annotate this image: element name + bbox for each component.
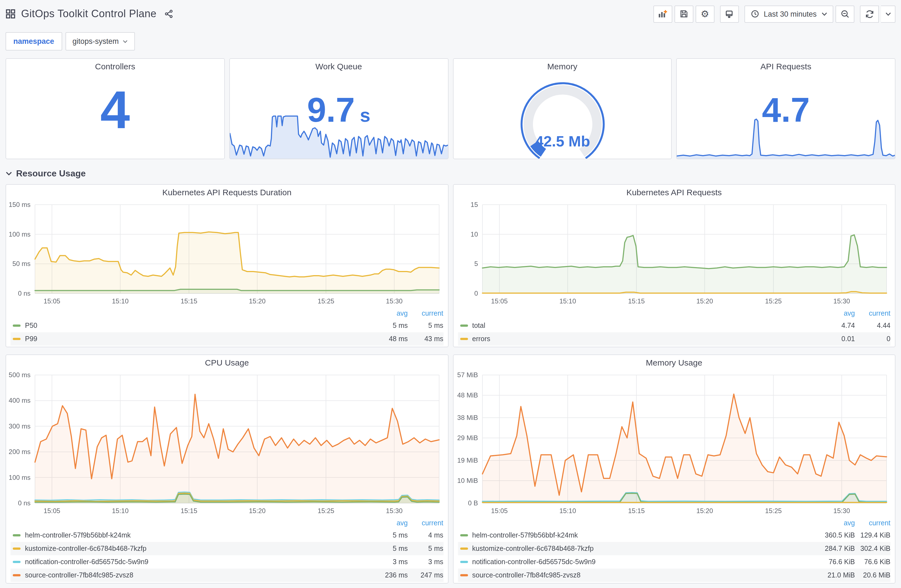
dashboard-grid-icon[interactable]	[6, 9, 16, 19]
svg-text:38 MiB: 38 MiB	[457, 414, 478, 421]
legend-sort-avg[interactable]: avg	[816, 310, 855, 317]
svg-text:15:25: 15:25	[765, 507, 781, 515]
stat-unit: s	[360, 104, 371, 126]
series-current: 76.6 KiB	[855, 558, 890, 566]
zoom-out-time-button[interactable]	[836, 5, 854, 22]
variable-label-namespace[interactable]: namespace	[6, 32, 62, 50]
row-title: Resource Usage	[16, 169, 86, 179]
legend-header: avgcurrent	[458, 518, 890, 529]
svg-text:15:25: 15:25	[318, 507, 334, 515]
panel-title[interactable]: Memory	[453, 59, 672, 73]
svg-text:200 ms: 200 ms	[9, 448, 31, 456]
series-current: 0	[855, 335, 890, 343]
series-color-swatch	[460, 325, 468, 327]
svg-text:400 ms: 400 ms	[9, 397, 31, 404]
svg-text:100 ms: 100 ms	[9, 230, 31, 238]
legend-row: helm-controller-57f9b56bbf-k24mk360.5 Ki…	[458, 529, 890, 542]
series-avg: 236 ms	[369, 571, 408, 579]
series-avg: 5 ms	[369, 322, 408, 330]
series-name[interactable]: total	[472, 322, 816, 330]
svg-text:15:15: 15:15	[628, 297, 645, 305]
series-avg: 284.7 KiB	[816, 545, 855, 552]
series-current: 4.44	[855, 322, 890, 330]
panel-title[interactable]: API Requests	[677, 59, 895, 73]
svg-text:15:30: 15:30	[386, 507, 402, 515]
panel-title[interactable]: Controllers	[6, 59, 224, 73]
legend-sort-current[interactable]: current	[408, 310, 443, 317]
svg-text:0 ns: 0 ns	[18, 289, 31, 297]
row-resource-usage[interactable]: Resource Usage	[6, 167, 895, 180]
panel-work-queue: Work Queue 9.7s	[229, 58, 449, 159]
series-name[interactable]: source-controller-7fb84fc985-zvsz8	[25, 571, 369, 579]
time-series-plot[interactable]: 15:0515:1015:1515:2015:2515:30051015	[453, 199, 895, 308]
legend-header: avgcurrent	[458, 308, 890, 319]
variable-value-dropdown[interactable]: gitops-system	[65, 32, 135, 50]
panel-title[interactable]: Kubernetes API Requests	[453, 185, 895, 199]
legend-sort-current[interactable]: current	[855, 310, 890, 317]
series-name[interactable]: notification-controller-6d56575dc-5w9n9	[472, 558, 816, 566]
series-current: 5 ms	[408, 322, 443, 330]
panel-title[interactable]: Work Queue	[230, 59, 448, 73]
series-color-swatch	[13, 548, 20, 550]
panel-title[interactable]: Memory Usage	[453, 355, 895, 369]
series-name[interactable]: helm-controller-57f9b56bbf-k24mk	[472, 531, 816, 539]
svg-text:29 MiB: 29 MiB	[457, 434, 478, 442]
svg-text:15:20: 15:20	[696, 507, 713, 515]
add-panel-button[interactable]	[653, 5, 672, 22]
grafana-dashboard: GitOps Toolkit Control Plane	[0, 0, 901, 583]
series-color-swatch	[13, 561, 20, 563]
legend-sort-avg[interactable]: avg	[369, 519, 408, 527]
refresh-dashboard-button[interactable]	[860, 5, 879, 22]
legend-sort-current[interactable]: current	[855, 519, 890, 527]
series-name[interactable]: source-controller-7fb84fc985-zvsz8	[472, 571, 816, 579]
stat-value: 4	[6, 79, 224, 140]
panel-title[interactable]: Kubernetes API Requests Duration	[6, 185, 448, 199]
save-dashboard-button[interactable]	[674, 5, 693, 22]
chevron-down-icon	[6, 171, 12, 176]
dashboard-settings-button[interactable]: ⚙	[695, 5, 714, 22]
svg-text:42.5 Mb: 42.5 Mb	[535, 133, 590, 149]
time-range-picker[interactable]: Last 30 minutes	[744, 5, 833, 22]
legend-sort-current[interactable]: current	[408, 519, 443, 527]
legend-sort-avg[interactable]: avg	[369, 310, 408, 317]
series-color-swatch	[13, 574, 20, 576]
svg-text:150 ms: 150 ms	[9, 201, 31, 208]
series-name[interactable]: errors	[472, 335, 816, 343]
series-name[interactable]: helm-controller-57f9b56bbf-k24mk	[25, 531, 369, 539]
page-title: GitOps Toolkit Control Plane	[21, 8, 157, 20]
series-current: 302.4 KiB	[855, 545, 890, 552]
svg-text:10 MiB: 10 MiB	[457, 477, 478, 484]
time-series-plot[interactable]: 15:0515:1015:1515:2015:2515:300 B10 MiB1…	[453, 369, 895, 518]
svg-text:15:05: 15:05	[44, 297, 60, 305]
series-name[interactable]: notification-controller-6d56575dc-5w9n9	[25, 558, 369, 566]
chevron-down-icon	[885, 12, 891, 16]
legend-row: notification-controller-6d56575dc-5w9n97…	[458, 555, 890, 569]
series-name[interactable]: P99	[25, 335, 369, 343]
time-series-plot[interactable]: 15:0515:1015:1515:2015:2515:300 ns100 ms…	[6, 369, 448, 518]
series-name[interactable]: kustomize-controller-6c6784b468-7kzfp	[472, 545, 816, 552]
cycle-view-mode-button[interactable]	[720, 5, 739, 22]
panel-title[interactable]: CPU Usage	[6, 355, 448, 369]
svg-text:0 ns: 0 ns	[18, 499, 31, 507]
svg-text:0 B: 0 B	[468, 499, 478, 507]
series-name[interactable]: P50	[25, 322, 369, 330]
share-icon[interactable]	[164, 9, 173, 18]
refresh-interval-dropdown[interactable]	[881, 5, 895, 22]
svg-text:50 ms: 50 ms	[12, 260, 31, 268]
svg-text:15:30: 15:30	[386, 297, 402, 305]
time-series-plot[interactable]: 15:0515:1015:1515:2015:2515:300 ns50 ms1…	[6, 199, 448, 308]
legend-row: total4.744.44	[458, 319, 890, 332]
svg-text:5: 5	[474, 260, 478, 268]
series-avg: 360.5 KiB	[816, 531, 855, 539]
dashboard-header: GitOps Toolkit Control Plane	[6, 3, 895, 25]
panel-controllers: Controllers 4	[6, 58, 225, 159]
series-color-swatch	[460, 561, 468, 563]
series-avg: 5 ms	[369, 545, 408, 552]
svg-text:15:10: 15:10	[112, 507, 128, 515]
legend-sort-avg[interactable]: avg	[816, 519, 855, 527]
svg-text:15: 15	[470, 201, 478, 208]
series-name[interactable]: kustomize-controller-6c6784b468-7kzfp	[25, 545, 369, 552]
svg-text:15:05: 15:05	[44, 507, 60, 515]
series-current: 20.6 MiB	[855, 571, 890, 579]
svg-text:15:20: 15:20	[249, 297, 266, 305]
